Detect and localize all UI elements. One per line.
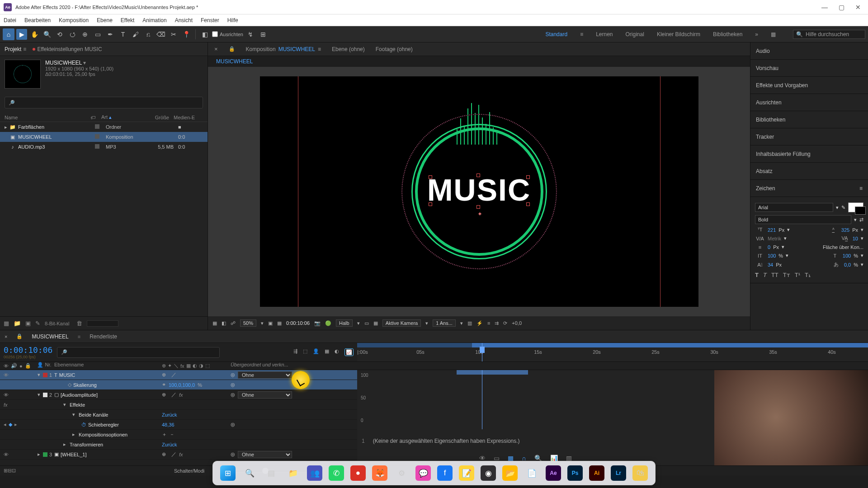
options-icon[interactable]: ◧ [199,29,210,40]
taskbar-app-red[interactable]: ● [350,465,366,481]
layer-row-music[interactable]: 👁 ▾1 TMUSIC ⊕／ ◎Ohne [0,370,357,380]
comp-tab-close[interactable]: × [214,46,218,52]
eraser-tool[interactable]: ⌫ [156,29,166,40]
time-ruler[interactable]: |:00s 05s 10s 15s 20s 25s 30s 35s 40s [357,343,868,361]
sort-arrow-icon[interactable]: ▴ [109,114,112,120]
taskbar-search[interactable]: 🔍 [242,465,257,481]
new-comp-icon[interactable]: ▣ [25,320,31,327]
alpha-icon[interactable]: ▦ [212,320,217,326]
clone-tool[interactable]: ⎌ [143,29,154,40]
parent-dropdown[interactable]: Ohne [238,451,292,458]
col-size[interactable]: Größe [142,115,169,120]
work-area-bar[interactable] [457,370,528,375]
workspace-original[interactable]: Original [626,31,644,38]
layer-expand-icon[interactable]: ▾ [37,372,41,378]
link-icon[interactable]: ⚭ [162,382,166,388]
workspace-bibl[interactable]: Bibliotheken [713,31,742,38]
interpret-icon[interactable]: ▦ [4,320,9,327]
eye-icon[interactable]: 👁 [4,372,9,378]
prop-row-schieberegler[interactable]: ◂◆▸ ⏱ Schieberegler 48,36 ◎ [0,420,357,430]
lock-header-icon[interactable]: 🔒 [25,363,31,369]
expression-editor[interactable]: 1(Keine der ausgewählten Eigenschaften h… [362,438,520,444]
menu-fenster[interactable]: Fenster [201,17,219,23]
workspace-menu-icon[interactable]: ≡ [580,31,583,38]
smallcaps-button[interactable]: Tᴛ [783,272,790,278]
anchor-tool[interactable]: ⊕ [80,29,90,40]
prop-value[interactable]: 100,0,100,0 [169,382,195,388]
expand-icon[interactable]: ▾ [72,412,77,418]
vscale-value[interactable]: 100 [768,253,776,258]
layer-name[interactable]: [WHEEL_1] [61,452,86,457]
orbit-tool[interactable]: ⟲ [54,29,65,40]
tsume-caret[interactable]: ▾ [861,262,863,267]
parent-dropdown[interactable]: Ohne [238,391,292,399]
graph-editor[interactable]: 100 50 0 1(Keine der ausgewählten Eigens… [357,370,868,465]
fast-preview-icon[interactable]: ⚡ [476,320,483,326]
panel-libraries[interactable]: Bibliotheken [750,111,868,128]
project-row-audio[interactable]: ♪ AUDIO.mp3 MP3 5,5 MB 0:0 [0,142,208,152]
trash-icon[interactable]: 🗑 [76,320,82,327]
graph-cti[interactable] [482,370,482,429]
flowchart-icon[interactable]: ▾ [83,60,86,66]
panel-align[interactable]: Ausrichten [750,94,868,111]
mask-icon[interactable]: ◧ [222,320,226,326]
hscale-caret[interactable]: ▾ [861,253,863,258]
roto-tool[interactable]: ✂ [168,29,179,40]
panel-contentfill[interactable]: Inhaltsbasierte Füllung [750,145,868,163]
res-auto-icon[interactable]: ▣ [268,320,273,326]
subscript-button[interactable]: T₁ [805,272,811,278]
comp-text-music[interactable]: MUSIC [427,172,531,207]
next-key-icon[interactable]: ▸ [14,422,17,427]
expand-icon[interactable]: ▸ [72,432,77,437]
item-toggle[interactable]: ■ [174,124,203,130]
taskbar-lightroom[interactable]: Lr [611,465,626,481]
taskbar-taskview[interactable]: ▤ [264,465,279,481]
toggle-switches-icon[interactable]: ⊞ [4,468,8,474]
label-swatch[interactable] [43,373,47,377]
snap-options-icon[interactable]: ↯ [245,29,256,40]
timeline-close-icon[interactable]: × [5,334,7,339]
taskbar-folder[interactable]: 📂 [502,465,518,481]
timeline-search[interactable]: 🔎 [57,347,220,358]
help-search[interactable]: 🔍 Hilfe durchsuchen [793,30,865,39]
comp-viewport[interactable]: MUSIC ✦ [208,67,750,316]
weight-caret[interactable]: ▾ [854,217,857,223]
panel-tracker[interactable]: Tracker [750,128,868,145]
remove-icon[interactable]: － [170,431,175,438]
panel-presets[interactable]: Effekte und Vorgaben [750,77,868,94]
leading-value[interactable]: 325 [841,227,849,233]
taskbar-facebook[interactable]: f [437,465,453,481]
menu-hilfe[interactable]: Hilfe [227,17,238,23]
anchor-icon[interactable]: ✦ [477,211,482,217]
baseline-shift-value[interactable]: 34 [768,262,773,267]
frame-blend-icon[interactable]: ▦ [325,348,329,356]
reset-exposure-icon[interactable]: ⟳ [503,320,507,326]
pickwhip-icon[interactable]: ◎ [231,372,235,378]
stopwatch-icon[interactable]: ◇ [68,382,71,388]
menu-ebene[interactable]: Ebene [97,17,113,23]
selection-tool[interactable]: ▶ [16,29,27,40]
stroke-width-value[interactable]: 0 [768,244,770,250]
expand-icon[interactable]: ▸ [63,441,68,447]
superscript-button[interactable]: T¹ [795,272,800,278]
hscale-value[interactable]: 100 [843,253,851,258]
pickwhip-icon[interactable]: ◎ [231,422,235,427]
current-time-indicator[interactable] [482,343,482,361]
views-dropdown[interactable]: 1 Ans... [433,319,456,327]
timeline-tab[interactable]: MUSICWHEEL [32,333,68,340]
channel-icon[interactable]: 🟢 [325,320,331,326]
shape-tool[interactable]: ▭ [92,29,103,40]
maximize-button[interactable]: ▢ [839,4,844,11]
leading-caret[interactable]: ▾ [861,227,863,233]
taskbar-teams[interactable]: 👥 [307,465,322,481]
col-tag-icon[interactable]: 🏷 [90,115,101,120]
comp-mini-flowchart-icon[interactable]: ⇶ [293,348,297,356]
taskbar-firefox[interactable]: 🦊 [372,465,387,481]
brush-tool[interactable]: 🖌 [130,29,141,40]
pixel-aspect-icon[interactable]: ▥ [467,320,472,326]
panel-character[interactable]: Zeichen≡ [750,180,868,197]
audio-header-icon[interactable]: 🔊 [11,363,17,369]
timeline-icon[interactable]: ≡ [487,320,490,326]
expand-icon[interactable]: ▾ [63,402,68,408]
kerning-value[interactable]: Metrik [768,236,781,241]
